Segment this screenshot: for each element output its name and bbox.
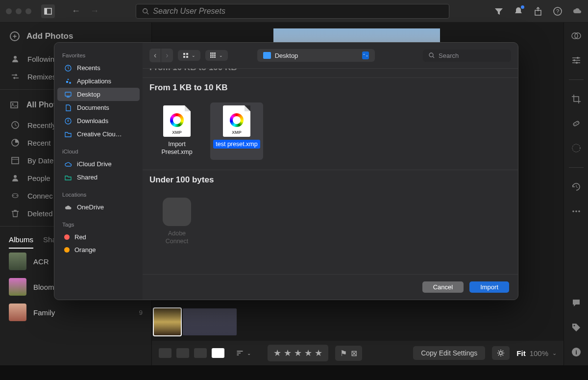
file-label: Import Preset.xmp bbox=[153, 140, 200, 157]
folder-icon bbox=[64, 130, 72, 138]
sidebar-recents[interactable]: Recents bbox=[57, 61, 140, 75]
cloud-icon[interactable] bbox=[572, 6, 582, 16]
right-rail: i bbox=[564, 23, 588, 365]
sidebar-section-icloud: iCloud bbox=[54, 146, 143, 157]
flag-buttons[interactable]: ⚑⊠ bbox=[335, 346, 362, 361]
album-thumb bbox=[9, 278, 26, 296]
gear-button[interactable] bbox=[492, 346, 510, 360]
sidebar-tag-orange[interactable]: Orange bbox=[57, 243, 140, 256]
sidebar-item-label: People bbox=[27, 174, 50, 182]
view-mode-icon-grid[interactable]: ⌄ bbox=[178, 50, 200, 61]
crop-icon[interactable] bbox=[571, 94, 582, 104]
share-icon[interactable] bbox=[533, 6, 543, 16]
nav-forward-icon[interactable]: → bbox=[90, 6, 99, 16]
svg-text:i: i bbox=[575, 349, 577, 356]
svg-rect-49 bbox=[210, 54, 212, 56]
heal-icon[interactable] bbox=[571, 118, 582, 129]
photo-preview bbox=[273, 28, 440, 43]
sidebar-applications[interactable]: Applications bbox=[57, 75, 140, 88]
size-group-label: From 10 KB to 100 KB bbox=[143, 69, 244, 77]
view-grouping-button[interactable]: ⌄ bbox=[205, 50, 228, 61]
svg-point-14 bbox=[14, 175, 17, 178]
sliders-icon[interactable] bbox=[571, 55, 582, 66]
mask-icon[interactable] bbox=[571, 143, 582, 153]
svg-rect-52 bbox=[210, 56, 212, 58]
detail-view-button[interactable] bbox=[212, 348, 224, 358]
calendar-icon bbox=[11, 156, 20, 165]
copy-edit-button[interactable]: Copy Edit Settings bbox=[413, 346, 485, 360]
file-label: test preset.xmp bbox=[213, 140, 260, 149]
svg-point-7 bbox=[14, 56, 17, 59]
sidebar-section-locations: Locations bbox=[54, 189, 143, 201]
zoom-window[interactable] bbox=[25, 8, 31, 14]
search-input[interactable]: Search User Presets bbox=[136, 4, 449, 19]
file-item[interactable]: XMP Import Preset.xmp bbox=[150, 102, 203, 160]
sidebar-desktop[interactable]: Desktop bbox=[57, 88, 140, 101]
import-button[interactable]: Import bbox=[469, 281, 509, 293]
svg-rect-46 bbox=[210, 52, 212, 54]
item-label: Desktop bbox=[77, 91, 100, 98]
grid2-view-button[interactable] bbox=[176, 348, 189, 358]
notifications-icon[interactable] bbox=[514, 6, 523, 16]
svg-rect-39 bbox=[65, 92, 71, 96]
dialog-back-button[interactable]: ‹ bbox=[149, 49, 161, 62]
svg-rect-53 bbox=[212, 56, 214, 58]
info-icon[interactable]: i bbox=[571, 347, 582, 357]
sidebar-icloud-drive[interactable]: iCloud Drive bbox=[57, 157, 140, 171]
compare-view-button[interactable] bbox=[194, 348, 207, 358]
minimize-window[interactable] bbox=[16, 8, 22, 14]
sidebar-tag-red[interactable]: Red bbox=[57, 230, 140, 243]
filmstrip-thumb[interactable] bbox=[154, 308, 181, 335]
file-item[interactable]: XMP test preset.xmp bbox=[210, 102, 263, 160]
dialog-forward-button[interactable]: › bbox=[161, 49, 172, 62]
svg-point-27 bbox=[572, 144, 580, 152]
close-window[interactable] bbox=[6, 8, 12, 14]
clock-icon bbox=[11, 121, 20, 129]
trash-icon bbox=[11, 209, 20, 218]
item-label: Red bbox=[74, 233, 86, 241]
tag-icon[interactable] bbox=[571, 322, 582, 333]
item-label: Orange bbox=[74, 246, 96, 253]
updown-icon: ⌃⌄ bbox=[362, 51, 369, 59]
file-item[interactable]: Adobe Connect bbox=[150, 195, 203, 249]
sidebar-documents[interactable]: Documents bbox=[57, 101, 140, 114]
more-icon[interactable] bbox=[571, 206, 582, 217]
svg-rect-43 bbox=[186, 53, 188, 55]
circles-icon[interactable] bbox=[571, 30, 582, 41]
panel-toggle-button[interactable] bbox=[41, 4, 55, 18]
pie-icon bbox=[11, 138, 20, 147]
nav-back-icon[interactable]: ← bbox=[72, 6, 80, 16]
svg-point-37 bbox=[499, 352, 502, 355]
help-icon[interactable]: ? bbox=[553, 6, 563, 16]
search-icon bbox=[142, 8, 149, 15]
app-icon bbox=[163, 198, 191, 226]
zoom-control[interactable]: Fit 100% ⌄ bbox=[516, 349, 557, 357]
sidebar-item-label: Deleted bbox=[27, 209, 53, 218]
album-count: 9 bbox=[139, 309, 143, 316]
window-controls bbox=[6, 8, 31, 14]
dialog-sidebar: Favorites Recents Applications Desktop D… bbox=[54, 43, 143, 300]
album-item[interactable]: Family9 bbox=[0, 300, 151, 325]
item-label: Shared bbox=[77, 174, 98, 181]
item-label: Downloads bbox=[77, 117, 108, 125]
dialog-nav-buttons: ‹ › bbox=[149, 49, 173, 62]
dialog-search-input[interactable]: Search bbox=[423, 50, 511, 62]
sidebar-shared[interactable]: Shared bbox=[57, 171, 140, 184]
sidebar-downloads[interactable]: Downloads bbox=[57, 114, 140, 127]
sidebar-creative-cloud[interactable]: Creative Clou… bbox=[57, 127, 140, 141]
grid-view-button[interactable] bbox=[159, 348, 172, 358]
comment-icon[interactable] bbox=[571, 298, 582, 308]
sidebar-onedrive[interactable]: OneDrive bbox=[57, 201, 140, 214]
tab-albums[interactable]: Albums bbox=[9, 235, 33, 249]
rating-stars[interactable]: ★ ★ ★ ★ ★ bbox=[268, 345, 328, 361]
cancel-button[interactable]: Cancel bbox=[422, 281, 464, 293]
svg-text:?: ? bbox=[556, 8, 559, 14]
location-dropdown[interactable]: Desktop ⌃⌄ bbox=[257, 49, 375, 62]
history-icon[interactable] bbox=[571, 181, 582, 192]
bottom-bar: ⌄ ★ ★ ★ ★ ★ ⚑⊠ Copy Edit Settings Fit 10… bbox=[152, 341, 564, 365]
filmstrip-thumb[interactable] bbox=[183, 308, 237, 335]
onedrive-icon bbox=[64, 203, 72, 211]
filter-icon[interactable] bbox=[494, 6, 504, 16]
sort-button[interactable]: ⌄ bbox=[236, 348, 251, 358]
shared-icon bbox=[64, 174, 72, 181]
